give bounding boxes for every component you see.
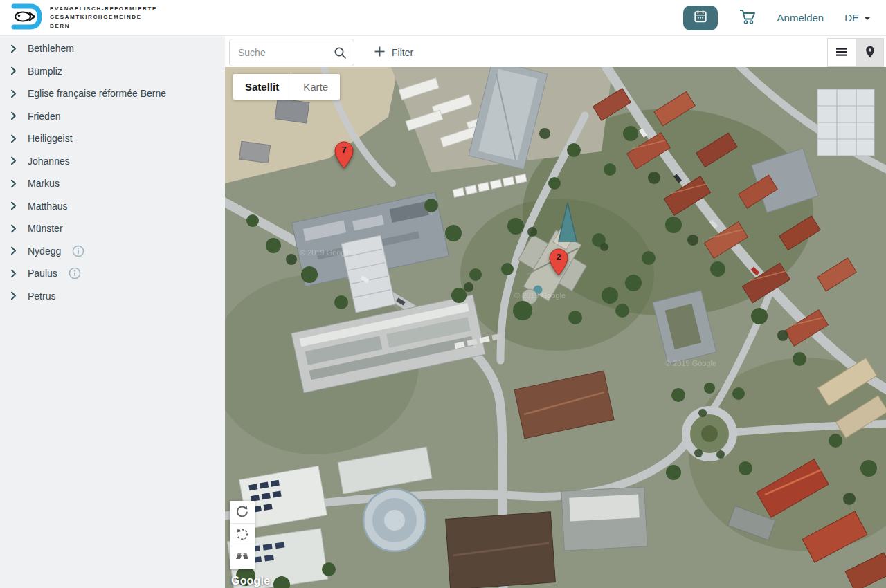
logo-wordmark: EVANGELISCH-REFORMIERTE GESAMTKIRCHGEMEI…	[50, 5, 157, 30]
language-code: DE	[844, 12, 859, 24]
cart-icon	[739, 8, 757, 28]
sidebar-item-label: Bümpliz	[28, 66, 62, 77]
sidebar-item-paulus[interactable]: Paulus	[0, 262, 225, 285]
sidebar-item-label: Nydegg	[28, 246, 61, 257]
list-icon	[835, 45, 849, 61]
sidebar-item-bethlehem[interactable]: Bethlehem	[0, 37, 225, 60]
sidebar-item-markus[interactable]: Markus	[0, 172, 225, 195]
calendar-button[interactable]	[683, 6, 718, 30]
chevron-right-icon	[9, 111, 18, 120]
tilt-button[interactable]	[230, 546, 255, 569]
map-watermark: © 2019 Google	[300, 248, 351, 257]
chevron-right-icon	[9, 66, 18, 75]
sidebar-item-matthaeus[interactable]: Matthäus	[0, 195, 225, 218]
sidebar-item-johannes[interactable]: Johannes	[0, 150, 225, 173]
map-rotate-controls	[230, 501, 255, 569]
map-type-control: Satellit Karte	[233, 74, 340, 100]
chevron-right-icon	[9, 246, 18, 255]
toolbar: Filter	[225, 36, 886, 67]
map-canvas[interactable]: © 2019 Google © 2019 Google © 2019 Googl…	[225, 67, 886, 588]
chevron-right-icon	[9, 269, 18, 278]
sidebar-item-buempliz[interactable]: Bümpliz	[0, 60, 225, 83]
sidebar-item-nydegg[interactable]: Nydegg	[0, 240, 225, 263]
map-marker-cluster[interactable]: 7	[334, 141, 354, 169]
map-pin-icon	[863, 45, 877, 61]
sidebar-item-label: Bethlehem	[28, 43, 74, 54]
info-icon[interactable]	[72, 245, 84, 257]
chevron-right-icon	[9, 156, 18, 165]
sidebar-item-label: Markus	[28, 178, 60, 189]
sidebar-item-label: Petrus	[28, 291, 55, 302]
info-icon[interactable]	[69, 267, 81, 279]
cart-button[interactable]	[739, 8, 757, 28]
sidebar-item-label: Heiliggeist	[28, 133, 73, 144]
chevron-right-icon	[9, 201, 18, 210]
sidebar-item-label: Münster	[28, 223, 63, 234]
sidebar-item-label: Matthäus	[28, 201, 68, 212]
rotate-clockwise-icon	[235, 504, 249, 520]
rotate-counterclockwise-button[interactable]	[230, 524, 255, 546]
sidebar-item-label: Johannes	[28, 156, 70, 167]
satellite-toggle-button[interactable]: Satellit	[233, 74, 291, 100]
sidebar-item-label: Frieden	[28, 111, 60, 122]
plus-icon	[374, 46, 386, 59]
app-logo[interactable]: EVANGELISCH-REFORMIERTE GESAMTKIRCHGEMEI…	[11, 3, 157, 33]
filter-button-label: Filter	[392, 47, 413, 58]
rotate-clockwise-button[interactable]	[230, 501, 255, 524]
karte-toggle-button[interactable]: Karte	[291, 74, 340, 100]
church-list-sidebar: Bethlehem Bümpliz Eglise française réfor…	[0, 36, 225, 588]
fish-logo-icon	[11, 3, 42, 33]
google-attribution[interactable]: Google	[231, 575, 270, 587]
rotate-counterclockwise-icon	[235, 527, 249, 543]
tilt-icon	[235, 550, 249, 566]
chevron-right-icon	[9, 44, 18, 53]
filter-button[interactable]: Filter	[374, 46, 413, 59]
sidebar-item-label: Paulus	[28, 268, 57, 279]
marker-count: 7	[334, 145, 354, 155]
view-toggle	[827, 38, 884, 67]
sidebar-item-muenster[interactable]: Münster	[0, 217, 225, 240]
chevron-right-icon	[9, 89, 18, 98]
chevron-right-icon	[9, 179, 18, 188]
chevron-right-icon	[9, 224, 18, 233]
satellite-imagery[interactable]: © 2019 Google © 2019 Google © 2019 Googl…	[225, 67, 886, 588]
calendar-icon	[693, 9, 708, 26]
chevron-down-icon	[864, 17, 871, 20]
language-selector[interactable]: DE	[844, 12, 871, 24]
search-input[interactable]	[229, 39, 354, 66]
login-button[interactable]: Anmelden	[777, 12, 824, 24]
sidebar-item-eglise-francaise[interactable]: Eglise française réformée Berne	[0, 82, 225, 105]
sidebar-item-frieden[interactable]: Frieden	[0, 105, 225, 128]
sidebar-item-heiliggeist[interactable]: Heiliggeist	[0, 127, 225, 150]
map-watermark: © 2019 Google	[665, 359, 716, 367]
sidebar-item-petrus[interactable]: Petrus	[0, 285, 225, 308]
map-watermark: © 2019 Google	[514, 291, 566, 300]
marker-count: 2	[549, 252, 568, 262]
app-header: EVANGELISCH-REFORMIERTE GESAMTKIRCHGEMEI…	[0, 0, 886, 36]
chevron-right-icon	[9, 134, 18, 143]
map-marker-cluster[interactable]: 2	[549, 248, 568, 277]
sidebar-item-label: Eglise française réformée Berne	[28, 88, 166, 99]
list-view-button[interactable]	[828, 39, 856, 66]
map-view-button[interactable]	[856, 39, 883, 66]
chevron-right-icon	[9, 291, 18, 300]
